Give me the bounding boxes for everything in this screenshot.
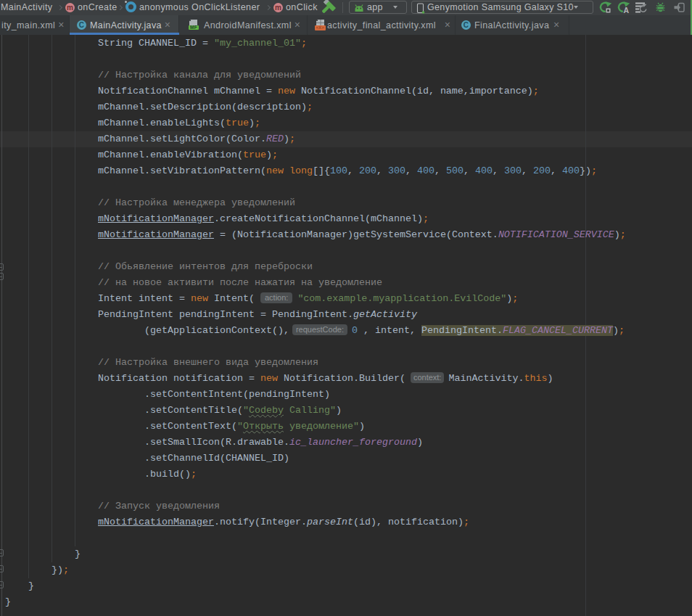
svg-text:A: A bbox=[624, 6, 630, 15]
svg-text:MF: MF bbox=[190, 25, 197, 30]
svg-text:<X>: <X> bbox=[316, 25, 324, 30]
